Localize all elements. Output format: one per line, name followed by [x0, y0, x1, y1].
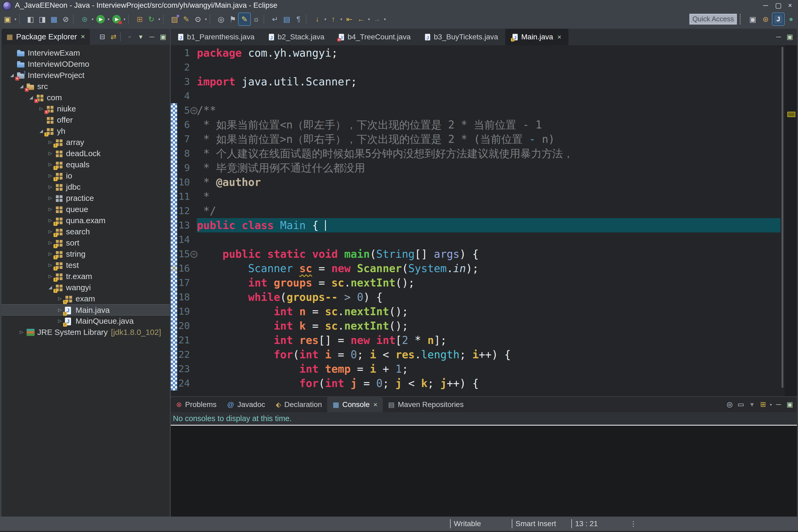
tree-item-tr-exam[interactable]: ▷!tr.exam	[2, 271, 170, 282]
tree-item-src[interactable]: ◢×src	[2, 81, 170, 92]
open-console-button[interactable]: ▦	[48, 13, 60, 25]
tree-item-equals[interactable]: ▷!equals	[2, 159, 170, 170]
expand-arrow-icon[interactable]: ▷	[47, 159, 54, 170]
tree-item-main-java[interactable]: ▷!Main.java	[2, 304, 170, 316]
tree-item-practice[interactable]: ▷practice	[2, 193, 170, 204]
flag-button[interactable]: ⚑	[227, 13, 239, 25]
editor-scrollbar[interactable]	[781, 47, 783, 388]
expand-arrow-icon[interactable]: ▷	[47, 137, 54, 148]
focus-task-button[interactable]: ▫	[124, 31, 135, 42]
package-explorer-tab[interactable]: ▦ Package Explorer ×	[2, 29, 90, 45]
forward-button-dropdown[interactable]: ▾	[383, 13, 387, 25]
minimize-editor-button[interactable]: ─	[773, 31, 784, 42]
tree-item-test[interactable]: ▷!test	[2, 260, 170, 271]
tree-item-sort[interactable]: ▷!sort	[2, 237, 170, 248]
tree-item-offer[interactable]: offer	[2, 114, 170, 126]
back-button-dropdown[interactable]: ▾	[367, 13, 371, 25]
tab-close-icon[interactable]: ×	[374, 401, 377, 409]
tree-item-queue[interactable]: ▷queue	[2, 204, 170, 215]
expand-arrow-icon[interactable]: ▷	[47, 237, 54, 248]
expand-arrow-icon[interactable]: ▷	[47, 271, 54, 282]
minimize-view-button[interactable]: ─	[146, 31, 157, 42]
open-console-dropdown-button[interactable]: ⊞	[758, 398, 769, 410]
tree-item-wangyi[interactable]: ◢!wangyi	[2, 282, 170, 293]
expand-arrow-icon[interactable]: ▷	[38, 103, 45, 114]
debug-button[interactable]: ⊛	[79, 13, 91, 25]
minimize-console-button[interactable]: ─	[773, 398, 784, 410]
quick-access-input[interactable]: Quick Access	[689, 14, 737, 25]
tree-item-interviewproject[interactable]: ◢J×InterviewProject	[2, 70, 170, 81]
expand-arrow-icon[interactable]: ▷	[56, 316, 63, 327]
overview-warning-marker[interactable]	[787, 112, 795, 117]
search-button-dropdown[interactable]: ▾	[204, 13, 208, 25]
prev-annotation-button[interactable]: ↑	[327, 13, 339, 25]
save-all-button[interactable]: ◨	[36, 13, 48, 25]
expand-arrow-icon[interactable]: ▷	[56, 293, 63, 304]
new-wizard-button[interactable]: ▣	[2, 13, 13, 25]
collapse-arrow-icon[interactable]: ◢	[18, 81, 25, 92]
tree-item-interviewexam[interactable]: InterviewExam	[2, 48, 170, 58]
expand-arrow-icon[interactable]: ▷	[18, 327, 25, 338]
new-wizard-button-dropdown[interactable]: ▾	[13, 13, 18, 25]
update-project-button-dropdown[interactable]: ▾	[157, 13, 162, 25]
tree-item-interviewiodemo[interactable]: InterviewIODemo	[2, 58, 170, 70]
fold-collapse-icon[interactable]: −	[190, 107, 197, 114]
code-text-area[interactable]: package com.yh.wangyi;import java.util.S…	[197, 45, 780, 396]
editor-tab-b4-treecount-java[interactable]: ×b4_TreeCount.java	[331, 29, 418, 45]
display-console-dropdown[interactable]: ▾	[746, 398, 758, 410]
expand-arrow-icon[interactable]: ▷	[56, 305, 63, 316]
editor-tab-b1-parenthesis-java[interactable]: b1_Parenthesis.java	[171, 29, 262, 45]
expand-arrow-icon[interactable]: ▷	[47, 182, 54, 193]
display-console-button[interactable]: ▭	[735, 398, 746, 410]
open-type-button[interactable]: ▨	[169, 13, 180, 25]
show-whitespace-button[interactable]: ¶	[292, 13, 304, 25]
link-with-editor-button[interactable]: ⇄	[108, 31, 119, 42]
window-maximize-button[interactable]: ▢	[773, 0, 784, 11]
tree-item-jre-system-library[interactable]: ▷JRE System Library[jdk1.8.0_102]	[2, 327, 170, 338]
pin-editor-button[interactable]: ◎	[215, 13, 227, 25]
window-minimize-button[interactable]: ─	[760, 0, 772, 11]
tree-item-search[interactable]: ▷!search	[2, 226, 170, 237]
run-button[interactable]: ▶	[95, 13, 107, 25]
prev-annotation-button-dropdown[interactable]: ▾	[339, 13, 343, 25]
update-project-button[interactable]: ↻	[146, 13, 157, 25]
perspective-java-button[interactable]: J	[773, 13, 784, 25]
next-annotation-button[interactable]: ↓	[311, 13, 323, 25]
expand-arrow-icon[interactable]: ▷	[47, 260, 54, 271]
run-button-dropdown[interactable]: ▾	[107, 13, 111, 25]
console-tab-declaration[interactable]: ⬖Declaration	[270, 397, 327, 412]
perspective-javaee-button[interactable]: ▣	[747, 13, 759, 25]
back-button[interactable]: ←	[355, 13, 367, 25]
package-explorer-close-icon[interactable]: ×	[81, 33, 85, 41]
outline-button[interactable]: ▤	[281, 13, 292, 25]
new-task-button[interactable]: ✎	[180, 13, 192, 25]
open-console-dropdown-button-dropdown[interactable]: ▾	[769, 398, 773, 411]
pin-console-button[interactable]: ◎	[724, 398, 735, 410]
tab-close-icon[interactable]: ×	[557, 33, 561, 41]
tree-item-yh[interactable]: ◢!yh	[2, 126, 170, 137]
expand-arrow-icon[interactable]: ▷	[47, 248, 54, 260]
clean-button[interactable]: ☼	[250, 13, 262, 25]
tree-item-niuke[interactable]: ▷×niuke	[2, 103, 170, 114]
tree-item-array[interactable]: ▷!array	[2, 137, 170, 148]
expand-arrow-icon[interactable]: ▷	[47, 193, 54, 204]
maximize-console-button[interactable]: ▣	[784, 398, 795, 410]
collapse-arrow-icon[interactable]: ◢	[47, 282, 54, 293]
expand-arrow-icon[interactable]: ▷	[47, 170, 54, 182]
tree-item-jdbc[interactable]: ▷jdbc	[2, 182, 170, 193]
expand-arrow-icon[interactable]: ▷	[47, 204, 54, 215]
skip-breakpoints-button[interactable]: ⊘	[60, 13, 72, 25]
fold-collapse-icon[interactable]: −	[190, 251, 197, 258]
tree-item-mainqueue-java[interactable]: ▷!MainQueue.java	[2, 316, 170, 327]
overview-ruler[interactable]	[785, 45, 797, 396]
console-tab-maven-repositories[interactable]: ▤Maven Repositories	[383, 397, 469, 412]
search-button[interactable]: ⊙	[192, 13, 204, 25]
tree-item-com[interactable]: ◢×com	[2, 92, 170, 103]
collapse-arrow-icon[interactable]: ◢	[38, 126, 45, 137]
maximize-view-button[interactable]: ▣	[157, 31, 169, 42]
console-tab-console[interactable]: ▦Console×	[327, 397, 383, 412]
expand-arrow-icon[interactable]: ▷	[47, 226, 54, 237]
editor-tab-b2-stack-java[interactable]: b2_Stack.java	[262, 29, 331, 45]
tree-item-string[interactable]: ▷!string	[2, 248, 170, 260]
last-edit-location-button[interactable]: ⇤	[343, 13, 355, 25]
